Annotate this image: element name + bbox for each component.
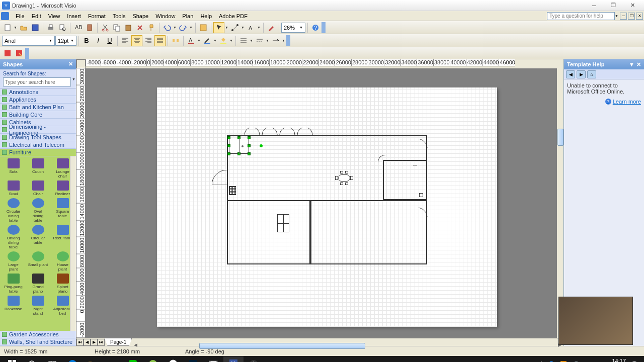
align-right-button[interactable]	[143, 35, 154, 46]
shape-circular-table[interactable]: Circular table	[28, 225, 48, 249]
shape-range[interactable]	[229, 186, 236, 195]
page-last-button[interactable]: ⏭	[98, 339, 105, 346]
open-button[interactable]	[18, 22, 29, 33]
taskbar-app1[interactable]	[143, 356, 163, 362]
template-help-close-icon[interactable]: ✕	[636, 61, 641, 68]
shape-oval-dining-table[interactable]: Oval dining table	[28, 198, 48, 223]
font-color-button[interactable]: A	[186, 35, 197, 46]
page-next-button[interactable]: ▶	[91, 339, 98, 346]
menu-format[interactable]: Format	[85, 12, 109, 20]
doc-minimize-button[interactable]: ─	[620, 13, 627, 20]
redo-dropdown[interactable]: ▼	[189, 26, 193, 29]
horizontal-scroll-thumb[interactable]	[199, 343, 365, 349]
copy-button[interactable]	[111, 22, 122, 33]
search-button[interactable]	[22, 356, 42, 362]
ink-tool-button[interactable]	[266, 22, 277, 33]
text-tool-button[interactable]: A	[246, 22, 257, 33]
taskbar-obs[interactable]	[244, 356, 264, 362]
help-forward-button[interactable]: ▶	[577, 70, 586, 78]
connector-tool-button[interactable]	[229, 22, 240, 33]
close-button[interactable]: ✕	[623, 1, 642, 11]
help-back-button[interactable]: ◀	[566, 70, 575, 78]
app-menu-icon[interactable]	[1, 12, 9, 20]
shape-window[interactable]	[277, 214, 289, 232]
print-button[interactable]	[45, 22, 56, 33]
shape-pingpong-table[interactable]: Ping-pong table	[4, 274, 24, 294]
shape-couch[interactable]: Couch	[28, 158, 48, 178]
taskbar-mail[interactable]	[203, 356, 223, 362]
pointer-tool-button[interactable]	[213, 22, 224, 33]
format-painter-button[interactable]	[146, 22, 157, 33]
shape-grand-piano[interactable]: Grand piano	[28, 274, 48, 294]
align-left-button[interactable]	[120, 35, 131, 46]
start-button[interactable]	[2, 356, 22, 362]
fill-color-dropdown[interactable]: ▼	[229, 39, 233, 42]
menu-tools[interactable]: Tools	[109, 12, 129, 20]
page-tab-1[interactable]: Page-1	[105, 338, 132, 346]
vertical-scroll-thumb[interactable]	[557, 129, 564, 146]
help-home-button[interactable]: ⌂	[587, 70, 596, 78]
taskbar-chrome[interactable]	[163, 356, 183, 362]
shape-large-plant[interactable]: Large plant	[4, 251, 24, 272]
menu-help[interactable]: Help	[197, 12, 215, 20]
pdf-convert-email-button[interactable]	[14, 48, 25, 59]
pdf-convert-button[interactable]	[2, 48, 13, 59]
page-prev-button[interactable]: ◀	[84, 339, 91, 346]
toolbar-options-button-3[interactable]	[25, 48, 29, 59]
shape-small-plant[interactable]: Small plant	[28, 251, 48, 272]
font-select[interactable]: Arial▼	[2, 36, 55, 46]
save-button[interactable]	[30, 22, 41, 33]
taskbar-line[interactable]	[123, 356, 143, 362]
shape-bookcase[interactable]: Bookcase	[4, 296, 24, 316]
line-pattern-button[interactable]	[254, 35, 265, 46]
taskbar-store[interactable]	[103, 356, 123, 362]
menu-adobe-pdf[interactable]: Adobe PDF	[215, 12, 251, 20]
toolbar-options-button[interactable]	[321, 22, 326, 33]
floor-plan[interactable]	[227, 135, 428, 265]
horizontal-ruler[interactable]: -8000-6000-4000-200002000400060008000100…	[86, 59, 515, 66]
taskbar-explorer[interactable]	[83, 356, 103, 362]
text-dropdown[interactable]: ▼	[257, 26, 261, 29]
research-button[interactable]	[84, 22, 95, 33]
line-ends-dropdown[interactable]: ▼	[282, 39, 286, 42]
line-weight-dropdown[interactable]: ▼	[250, 39, 254, 42]
category-dimensioning[interactable]: Dimensioning - Engineering	[0, 126, 76, 134]
zoom-select[interactable]: 26%▼	[281, 23, 305, 33]
category-garden[interactable]: Garden Accessories	[0, 331, 76, 338]
category-electrical[interactable]: Electrical and Telecom	[0, 141, 76, 149]
menu-plan[interactable]: Plan	[179, 12, 197, 20]
line-pattern-dropdown[interactable]: ▼	[266, 39, 270, 42]
cut-button[interactable]	[100, 22, 111, 33]
shape-oblong-dining-table[interactable]: Oblong dining table	[4, 225, 24, 249]
align-justify-button[interactable]	[154, 35, 166, 46]
doc-close-button[interactable]: ✕	[636, 13, 643, 20]
italic-button[interactable]: I	[93, 35, 104, 46]
pointer-dropdown[interactable]: ▼	[225, 26, 229, 29]
menu-edit[interactable]: Edit	[28, 12, 45, 20]
menu-file[interactable]: File	[12, 12, 28, 20]
category-walls[interactable]: Walls, Shell and Structure	[0, 338, 76, 346]
category-bath-kitchen[interactable]: Bath and Kitchen Plan	[0, 104, 76, 111]
shapes-scrollbar[interactable]	[70, 156, 76, 331]
undo-button[interactable]	[162, 22, 173, 33]
new-dropdown[interactable]: ▼	[14, 26, 18, 29]
shape-dining-table[interactable]	[335, 172, 353, 184]
page-first-button[interactable]: ⏮	[76, 339, 84, 346]
taskbar-visio[interactable]: V	[223, 356, 244, 362]
line-weight-button[interactable]	[238, 35, 249, 46]
canvas-viewport[interactable]	[86, 68, 556, 338]
line-color-button[interactable]	[202, 35, 213, 46]
template-help-dropdown-icon[interactable]: ▼	[629, 61, 634, 68]
selected-shape-refrigerator[interactable]	[229, 138, 249, 154]
taskbar-edge[interactable]: e	[62, 356, 83, 362]
help-button[interactable]: ?	[310, 22, 321, 33]
new-button[interactable]	[2, 22, 13, 33]
doc-restore-button[interactable]: ❐	[628, 13, 635, 20]
underline-button[interactable]: U	[104, 35, 115, 46]
menu-shape[interactable]: Shape	[129, 12, 152, 20]
category-furniture[interactable]: Furniture	[0, 149, 76, 156]
menu-insert[interactable]: Insert	[63, 12, 85, 20]
maximize-button[interactable]: ❐	[604, 1, 623, 11]
shape-circular-dining-table[interactable]: Circular dining table	[4, 198, 24, 223]
shapes-panel-close-icon[interactable]: ✕	[68, 61, 73, 67]
